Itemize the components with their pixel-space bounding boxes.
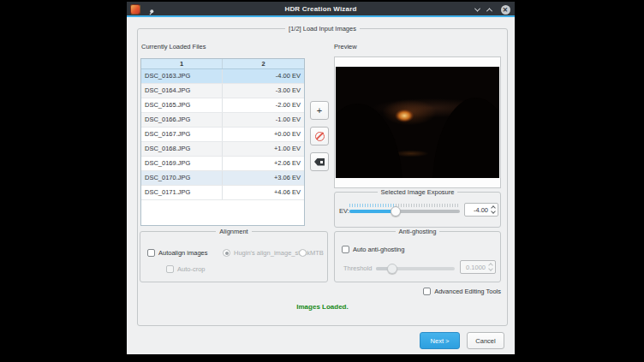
file-name-cell: DSC_0171.JPG	[141, 186, 223, 199]
checkbox-icon	[342, 246, 349, 253]
table-header: 1 2	[141, 59, 304, 69]
file-name-cell: DSC_0170.JPG	[141, 171, 223, 185]
preview-label: Preview	[334, 43, 357, 50]
minimize-button[interactable]	[472, 4, 482, 15]
exposure-groupbox: Selected Image Exposure EV: -4.00	[334, 192, 501, 228]
table-row[interactable]: DSC_0164.JPG -3.00 EV	[141, 84, 304, 98]
cancel-button[interactable]: Cancel	[467, 332, 504, 349]
loaded-files-table: 1 2 DSC_0163.JPG -4.00 EV DSC_0164.JPG -…	[140, 58, 305, 226]
loaded-files-label: Currently Loaded Files	[141, 43, 206, 50]
table-row[interactable]: DSC_0170.JPG +3.06 EV	[141, 171, 304, 186]
close-button[interactable]: ✕	[500, 4, 510, 15]
maximize-button[interactable]	[484, 4, 494, 15]
autoalign-checkbox[interactable]: Autoalign images	[147, 249, 208, 257]
ev-spinbox[interactable]: -4.00	[464, 203, 498, 217]
silhouette-right	[432, 98, 499, 178]
close-icon: ✕	[501, 5, 510, 15]
table-body: DSC_0163.JPG -4.00 EV DSC_0164.JPG -3.00…	[141, 69, 304, 200]
ev-value-cell: +4.06 EV	[223, 186, 304, 199]
file-name-cell: DSC_0165.JPG	[141, 98, 223, 112]
plus-icon: +	[317, 106, 322, 116]
slider-handle	[387, 264, 397, 274]
slider-ticks-active	[349, 204, 396, 207]
spin-down-icon	[488, 266, 493, 271]
advanced-tools-checkbox[interactable]: Advanced Editing Tools	[423, 288, 501, 295]
threshold-slider	[376, 261, 455, 273]
step-title: [1/2] Load Input Images	[138, 25, 507, 33]
exposure-slider[interactable]	[349, 204, 460, 216]
ev-label: EV:	[339, 207, 349, 215]
advanced-tools-label: Advanced Editing Tools	[434, 288, 501, 295]
ev-value-cell: +3.06 EV	[223, 171, 304, 185]
threshold-label: Threshold	[343, 264, 372, 272]
ev-value-cell: -4.00 EV	[223, 69, 304, 83]
add-images-button[interactable]: +	[310, 101, 329, 120]
table-row[interactable]: DSC_0168.JPG +1.00 EV	[141, 142, 304, 157]
autocrop-label: Auto-crop	[177, 265, 206, 273]
status-message: Images Loaded.	[137, 303, 508, 311]
ev-value-cell: +0.00 EV	[223, 128, 304, 141]
ev-spinbox-value: -4.00	[465, 206, 490, 214]
clear-list-button[interactable]	[310, 152, 329, 171]
antighosting-groupbox: Anti-ghosting Auto anti-ghosting Thresho…	[334, 231, 501, 282]
ev-value-cell: +1.00 EV	[223, 142, 304, 156]
window-title: HDR Creation Wizard	[127, 5, 515, 13]
radio-icon	[223, 249, 230, 257]
ev-value-cell: +2.06 EV	[223, 157, 304, 170]
chevron-up-icon	[486, 8, 492, 14]
autocrop-checkbox: Auto-crop	[166, 265, 206, 273]
checkbox-icon	[147, 249, 155, 257]
next-button[interactable]: Next >	[420, 332, 460, 349]
mtb-radio: MTB	[299, 249, 324, 257]
hdr-creation-wizard-window: HDR Creation Wizard ✕ [1/2] Load Input I…	[127, 2, 515, 354]
preview-image	[336, 67, 499, 178]
ev-value-cell: -2.00 EV	[223, 98, 304, 112]
hugin-radio: Hugin's align_image_stack	[223, 249, 310, 257]
spin-down-icon[interactable]	[491, 209, 496, 214]
silhouette-left	[336, 104, 402, 178]
table-row[interactable]: DSC_0171.JPG +4.06 EV	[141, 186, 304, 200]
table-row[interactable]: DSC_0166.JPG -1.00 EV	[141, 113, 304, 128]
file-name-cell: DSC_0169.JPG	[141, 157, 223, 170]
file-name-cell: DSC_0166.JPG	[141, 113, 223, 127]
slider-fill	[349, 210, 396, 213]
auto-antighosting-label: Auto anti-ghosting	[353, 246, 404, 253]
alignment-groupbox: Alignment Autoalign images Hugin's align…	[140, 231, 328, 282]
slider-fill	[376, 267, 392, 270]
slider-track	[376, 267, 455, 270]
threshold-spinbox: 0.1000	[460, 260, 496, 274]
table-row[interactable]: DSC_0163.JPG -4.00 EV	[141, 69, 304, 84]
slider-track	[349, 210, 460, 213]
titlebar[interactable]: HDR Creation Wizard ✕	[127, 2, 515, 17]
desktop-background: HDR Creation Wizard ✕ [1/2] Load Input I…	[0, 0, 644, 362]
table-row[interactable]: DSC_0169.JPG +2.06 EV	[141, 157, 304, 171]
radio-icon	[299, 249, 307, 257]
remove-image-button[interactable]	[310, 127, 329, 145]
column-header-1[interactable]: 1	[141, 59, 223, 68]
file-name-cell: DSC_0168.JPG	[141, 142, 223, 156]
checkbox-icon	[423, 288, 431, 295]
auto-antighosting-checkbox[interactable]: Auto anti-ghosting	[342, 246, 404, 253]
spin-arrows	[487, 264, 495, 270]
mtb-label: MTB	[310, 249, 324, 257]
threshold-spinbox-value: 0.1000	[461, 264, 487, 271]
table-row[interactable]: DSC_0167.JPG +0.00 EV	[141, 128, 304, 142]
file-name-cell: DSC_0164.JPG	[141, 84, 223, 98]
file-name-cell: DSC_0167.JPG	[141, 128, 223, 141]
autoalign-label: Autoalign images	[158, 249, 208, 257]
remove-icon	[315, 132, 325, 141]
column-header-2[interactable]: 2	[223, 59, 304, 68]
file-name-cell: DSC_0163.JPG	[141, 69, 223, 83]
chevron-down-icon	[474, 5, 480, 11]
preview-frame	[334, 56, 501, 188]
ev-value-cell: -1.00 EV	[223, 113, 304, 127]
spin-arrows	[490, 206, 498, 213]
slider-handle[interactable]	[391, 206, 401, 217]
table-row[interactable]: DSC_0165.JPG -2.00 EV	[141, 98, 304, 113]
ev-value-cell: -3.00 EV	[223, 84, 304, 98]
clear-list-icon	[314, 158, 325, 166]
checkbox-icon	[166, 265, 174, 273]
